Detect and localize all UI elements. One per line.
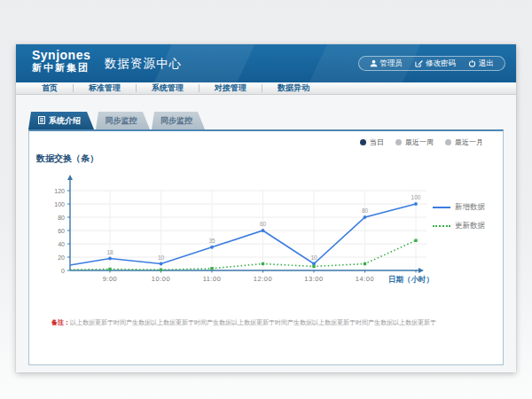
user-icon — [370, 59, 378, 67]
svg-text:80: 80 — [58, 215, 65, 221]
blue-line-swatch-icon — [433, 207, 450, 208]
nav-item-standard-mgmt[interactable]: 标准管理 — [74, 82, 136, 94]
power-icon — [468, 59, 476, 67]
app-header: Synjones 新中新集团 数据资源中心 管理员 修改密码 退出 — [16, 44, 516, 82]
y-axis-title: 数据交换（条） — [36, 153, 98, 165]
svg-text:10: 10 — [158, 254, 165, 261]
radio-today-label: 当日 — [370, 137, 384, 147]
svg-text:0: 0 — [61, 268, 65, 274]
tab-sync-monitor-2[interactable]: 同步监控 — [152, 112, 205, 129]
legend-item-new-data[interactable]: 新增数据 — [433, 202, 485, 213]
change-password-label: 修改密码 — [426, 59, 456, 69]
svg-text:20: 20 — [58, 254, 65, 261]
svg-text:11:00: 11:00 — [203, 275, 222, 283]
svg-text:18: 18 — [106, 249, 113, 255]
chart-panel: 当日 最近一周 最近一月 数据交换（条） 0204060801001209:00… — [28, 129, 504, 365]
svg-text:60: 60 — [260, 221, 267, 227]
footnote-prefix: 备注： — [51, 319, 70, 325]
svg-text:9:00: 9:00 — [103, 275, 118, 283]
radio-dot-icon — [445, 139, 451, 145]
legend-item-update-data[interactable]: 更新数据 — [433, 221, 485, 231]
svg-text:13:00: 13:00 — [304, 275, 323, 283]
period-filter-group: 当日 最近一周 最近一月 — [360, 137, 483, 147]
user-menu-admin[interactable]: 管理员 — [370, 59, 403, 69]
change-password-button[interactable]: 修改密码 — [415, 59, 456, 69]
chart-legend: 新增数据 更新数据 — [433, 202, 485, 231]
tab-label: 同步监控 — [160, 115, 192, 127]
brand-logo: Synjones 新中新集团 — [32, 49, 90, 73]
user-menu-admin-label: 管理员 — [380, 59, 403, 69]
footnote-text: 以上数据更新于时间产生数据以上数据更新于时间产生数据以上数据更新于时间产生数据以… — [70, 319, 436, 325]
user-menu: 管理员 修改密码 退出 — [358, 56, 506, 71]
tab-sync-monitor-1[interactable]: 同步监控 — [96, 112, 150, 129]
nav-item-data-change[interactable]: 数据异动 — [262, 82, 325, 94]
radio-last-month[interactable]: 最近一月 — [445, 137, 483, 147]
footnote: 备注：以上数据更新于时间产生数据以上数据更新于时间产生数据以上数据更新于时间产生… — [51, 318, 496, 327]
radio-today[interactable]: 当日 — [360, 137, 384, 147]
svg-text:40: 40 — [58, 241, 65, 247]
svg-text:10: 10 — [310, 254, 317, 261]
svg-text:日期（小时）: 日期（小时） — [388, 275, 434, 284]
svg-text:100: 100 — [54, 201, 65, 207]
svg-text:60: 60 — [58, 228, 65, 234]
app-window: Synjones 新中新集团 数据资源中心 管理员 修改密码 退出 首页 标准管… — [16, 44, 516, 372]
brand-logo-cn: 新中新集团 — [32, 62, 90, 73]
legend-label: 更新数据 — [455, 221, 485, 231]
radio-last-week-label: 最近一周 — [405, 137, 434, 147]
main-nav: 首页 标准管理 系统管理 对接管理 数据异动 — [16, 82, 516, 95]
nav-item-docking-mgmt[interactable]: 对接管理 — [200, 82, 262, 94]
legend-label: 新增数据 — [455, 202, 485, 213]
radio-dot-icon — [360, 139, 366, 145]
tab-label: 系统介绍 — [49, 115, 81, 127]
nav-item-home[interactable]: 首页 — [27, 82, 73, 94]
svg-text:35: 35 — [208, 238, 215, 244]
page-title: 数据资源中心 — [105, 56, 182, 72]
radio-last-week[interactable]: 最近一周 — [395, 137, 434, 147]
svg-text:100: 100 — [411, 194, 421, 200]
nav-item-system-mgmt[interactable]: 系统管理 — [137, 82, 199, 94]
svg-text:14:00: 14:00 — [356, 275, 374, 283]
tab-label: 同步监控 — [106, 115, 137, 127]
green-dotted-swatch-icon — [433, 225, 450, 227]
svg-text:12:00: 12:00 — [254, 275, 272, 283]
tab-bar: 系统介绍 同步监控 同步监控 — [28, 112, 504, 129]
svg-text:80: 80 — [362, 207, 369, 214]
radio-last-month-label: 最近一月 — [455, 137, 483, 147]
content-area: 系统介绍 同步监控 同步监控 当日 最近一周 — [16, 95, 516, 365]
logout-button[interactable]: 退出 — [468, 59, 494, 69]
edit-icon — [415, 59, 423, 67]
svg-text:10:00: 10:00 — [152, 275, 170, 283]
tab-system-intro[interactable]: 系统介绍 — [28, 112, 94, 129]
logout-label: 退出 — [479, 59, 494, 69]
brand-logo-en: Synjones — [32, 49, 90, 62]
document-icon — [38, 116, 45, 126]
radio-dot-icon — [395, 139, 402, 145]
svg-text:120: 120 — [54, 188, 65, 194]
